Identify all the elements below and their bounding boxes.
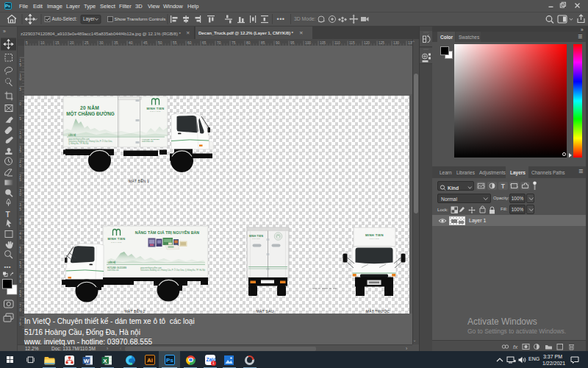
svg-text:•••: ••• — [277, 15, 285, 23]
svg-text:MẰT BÊN 2: MẰT BÊN 2 — [124, 308, 145, 314]
svg-text:5: 5 — [19, 322, 21, 326]
svg-text:COFFEE: COFFEE — [111, 241, 122, 244]
svg-text:30: 30 — [99, 41, 104, 45]
svg-text:20 NĂM: 20 NĂM — [80, 105, 99, 110]
svg-text:1: 1 — [19, 59, 21, 63]
svg-text:4: 4 — [19, 232, 21, 236]
svg-text:130: 130 — [393, 41, 399, 45]
svg-text:95: 95 — [290, 41, 295, 45]
svg-text:105: 105 — [320, 41, 326, 45]
svg-text:5: 5 — [19, 236, 21, 240]
svg-text:MẰT BÊN 1: MẰT BÊN 1 — [129, 178, 149, 183]
svg-text:MINH TIEN: MINH TIEN — [365, 233, 384, 237]
svg-text:0: 0 — [19, 164, 21, 168]
svg-text:T: T — [501, 183, 505, 190]
svg-text:3D Mode:: 3D Mode: — [294, 16, 316, 21]
svg-text:35: 35 — [114, 41, 118, 45]
svg-text:5: 5 — [19, 294, 21, 297]
svg-text:»: » — [3, 29, 6, 34]
svg-text:T: T — [6, 210, 10, 219]
svg-text:1: 1 — [19, 146, 21, 149]
svg-text:5: 5 — [19, 261, 21, 265]
svg-text:3: 3 — [19, 203, 21, 207]
svg-text:6: 6 — [19, 290, 21, 294]
svg-text:5: 5 — [19, 247, 21, 250]
svg-text:7: 7 — [19, 304, 21, 308]
svg-text:0: 0 — [19, 308, 21, 312]
svg-text:3: 3 — [19, 189, 21, 193]
svg-text:70: 70 — [217, 41, 221, 45]
svg-text:40: 40 — [129, 41, 133, 45]
svg-text:W: W — [84, 357, 90, 364]
svg-text:90: 90 — [276, 41, 280, 45]
svg-text:45: 45 — [143, 41, 148, 45]
svg-text:5: 5 — [19, 178, 21, 182]
svg-text:50: 50 — [158, 41, 162, 45]
svg-text:fx: fx — [513, 344, 518, 350]
svg-text:7: 7 — [19, 319, 21, 322]
svg-text:1: 1 — [19, 131, 21, 135]
svg-text:25: 25 — [85, 41, 89, 45]
svg-text:Kind: Kind — [448, 185, 459, 191]
svg-text:MẰT TRƯỚC: MẰT TRƯỚC — [366, 308, 390, 314]
svg-text:Layer: Layer — [83, 16, 95, 22]
svg-text:5: 5 — [19, 265, 21, 269]
svg-text:MỘT CHẶNG ĐƯỜNG: MỘT CHẶNG ĐƯỜNG — [66, 110, 114, 116]
svg-text:60: 60 — [187, 41, 192, 45]
svg-text:5: 5 — [19, 63, 21, 67]
svg-text:5: 5 — [19, 88, 21, 91]
svg-text:NÂNG TẦM GIÁ TRỊ NGUYÊN BẢN: NÂNG TẦM GIÁ TRỊ NGUYÊN BẢN — [135, 230, 200, 235]
svg-text:4: 4 — [19, 218, 21, 222]
svg-text:20: 20 — [70, 41, 74, 45]
svg-text:Auto-Select:: Auto-Select: — [52, 16, 78, 21]
svg-text:125: 125 — [379, 41, 384, 45]
svg-text:0: 0 — [19, 135, 21, 139]
svg-text:2: 2 — [19, 160, 21, 163]
svg-text:xuất khẩu alo: xuất khẩu alo — [142, 140, 154, 143]
svg-text:10: 10 — [40, 41, 45, 45]
svg-text:0: 0 — [19, 250, 21, 254]
svg-text:0: 0 — [19, 280, 21, 283]
svg-text:X: X — [103, 357, 107, 364]
svg-text:COFFEE: COFFEE — [252, 238, 260, 239]
svg-text:15: 15 — [55, 41, 60, 45]
svg-text:100: 100 — [305, 41, 311, 45]
svg-text:0: 0 — [19, 222, 21, 225]
svg-text:MINH TIEN: MINH TIEN — [146, 107, 164, 110]
svg-text:6: 6 — [19, 275, 21, 279]
svg-text:COFFEE: COFFEE — [150, 110, 161, 113]
svg-text:0: 0 — [19, 193, 21, 197]
svg-text:115: 115 — [349, 41, 355, 45]
svg-text:75: 75 — [232, 41, 236, 45]
svg-text:Q. Đống Đa, TP. Hà Nội: Q. Đống Đa, TP. Hà Nội — [68, 142, 89, 145]
svg-text:5: 5 — [19, 117, 21, 121]
svg-text:2: 2 — [19, 174, 21, 178]
svg-text:0: 0 — [19, 77, 21, 81]
svg-text:COFFEE: COFFEE — [370, 238, 380, 239]
svg-text:55: 55 — [173, 41, 177, 45]
svg-text:5: 5 — [26, 41, 28, 45]
svg-text:80: 80 — [246, 41, 251, 45]
svg-text:•••: ••• — [4, 263, 11, 270]
svg-text:5: 5 — [19, 149, 21, 153]
svg-text:MẰT SAU: MẰT SAU — [257, 308, 274, 314]
svg-text:5: 5 — [19, 208, 21, 211]
svg-text:1: 1 — [19, 74, 21, 77]
svg-text:85: 85 — [261, 41, 265, 45]
svg-text:MINH TIEN: MINH TIEN — [107, 237, 125, 241]
svg-text:120: 120 — [364, 41, 370, 45]
svg-text:Show Transform Controls: Show Transform Controls — [115, 16, 166, 21]
svg-text:xuất khẩu alo: xuất khẩu alo — [107, 269, 119, 272]
svg-text:65: 65 — [202, 41, 207, 45]
svg-text:0: 0 — [19, 102, 21, 106]
svg-text:110: 110 — [334, 41, 340, 45]
